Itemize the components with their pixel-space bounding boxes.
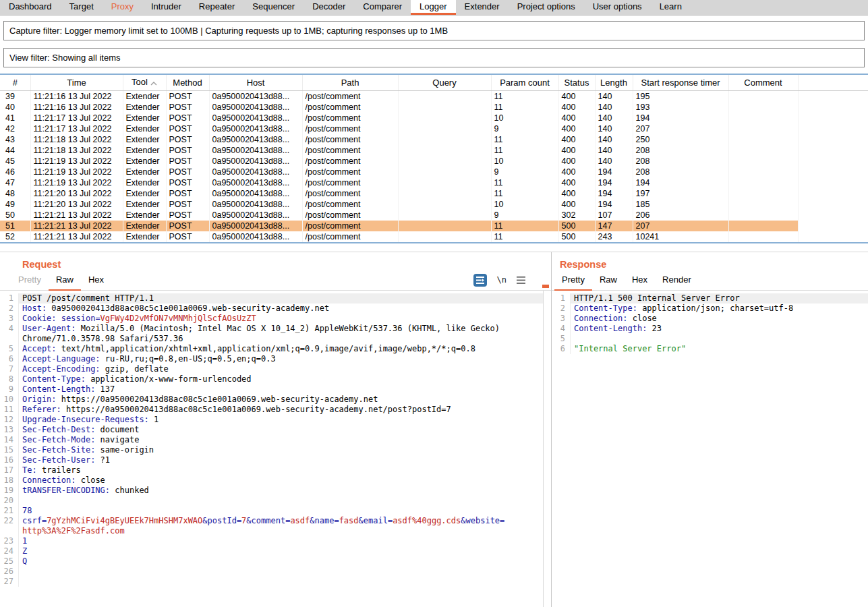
- cell-num: 45: [0, 156, 30, 167]
- line-text: csrf=7gYzhMCiFvi4gBEyUEEk7HmHSHM7xWAO&po…: [19, 516, 543, 526]
- line-number: 5: [0, 344, 19, 354]
- request-editor[interactable]: 1POST /post/comment HTTP/1.12Host: 0a950…: [0, 291, 544, 607]
- line-number: 16: [0, 455, 19, 465]
- cell-comment: [728, 221, 798, 231]
- column-header-path[interactable]: Path: [302, 75, 398, 91]
- request-tab-pretty[interactable]: Pretty: [11, 270, 49, 291]
- column-header-label: Method: [173, 78, 202, 88]
- editor-line: 18Connection: close: [0, 475, 543, 486]
- cell-filler: [798, 113, 868, 123]
- cell-length: 140: [595, 145, 633, 156]
- view-filter-bar[interactable]: View filter: Showing all items: [3, 48, 865, 67]
- request-pane: Request PrettyRawHex \n: [0, 252, 552, 607]
- main-tab-dashboard[interactable]: Dashboard: [0, 0, 61, 15]
- main-tab-sequencer[interactable]: Sequencer: [243, 0, 303, 15]
- cell-tool: Extender: [123, 188, 166, 199]
- editor-line: 26: [0, 567, 543, 577]
- table-row[interactable]: 4111:21:17 13 Jul 2022ExtenderPOST0a9500…: [0, 113, 868, 123]
- cell-method: POST: [166, 221, 209, 231]
- column-header-time[interactable]: Time: [30, 75, 123, 91]
- cell-time: 11:21:18 13 Jul 2022: [30, 145, 123, 156]
- table-row[interactable]: 5211:21:21 13 Jul 2022ExtenderPOST0a9500…: [0, 231, 868, 242]
- table-row[interactable]: 3911:21:16 13 Jul 2022ExtenderPOST0a9500…: [0, 91, 868, 103]
- cell-length: 194: [595, 167, 633, 177]
- cell-path: /post/comment: [302, 188, 398, 199]
- main-tab-project-options[interactable]: Project options: [509, 0, 584, 15]
- menu-icon[interactable]: [517, 277, 525, 284]
- syntax-highlight-icon[interactable]: [473, 274, 487, 287]
- cell-host: 0a9500020413d88...: [209, 221, 302, 231]
- line-number: 2: [552, 304, 571, 314]
- main-tab-proxy[interactable]: Proxy: [103, 0, 142, 15]
- cell-method: POST: [166, 102, 209, 113]
- request-tab-hex[interactable]: Hex: [81, 270, 111, 291]
- cell-query: [398, 221, 491, 231]
- column-header-status[interactable]: Status: [558, 75, 595, 91]
- editor-line: 5: [552, 334, 868, 344]
- column-header-comment[interactable]: Comment: [728, 75, 798, 91]
- table-row[interactable]: 4611:21:19 13 Jul 2022ExtenderPOST0a9500…: [0, 167, 868, 177]
- column-header-start-response-timer[interactable]: Start response timer: [633, 75, 728, 91]
- response-tab-raw[interactable]: Raw: [592, 270, 625, 291]
- cell-comment: [728, 210, 798, 221]
- line-text: Chrome/71.0.3578.98 Safari/537.36: [19, 334, 543, 344]
- cell-path: /post/comment: [302, 102, 398, 113]
- column-header-length[interactable]: Length: [595, 75, 633, 91]
- cell-comment: [728, 242, 798, 243]
- main-tab-target[interactable]: Target: [61, 0, 103, 15]
- response-editor[interactable]: 1HTTP/1.1 500 Internal Server Error2Cont…: [552, 291, 868, 607]
- cell-param_count: 11: [491, 102, 558, 113]
- line-text: Q: [19, 556, 543, 567]
- splitter-grip[interactable]: [542, 285, 549, 288]
- response-tab-pretty[interactable]: Pretty: [554, 270, 592, 291]
- cell-num: 49: [0, 199, 30, 210]
- response-tab-render[interactable]: Render: [655, 270, 699, 291]
- line-number: 7: [0, 364, 19, 374]
- main-tab-intruder[interactable]: Intruder: [142, 0, 190, 15]
- main-tab-extender[interactable]: Extender: [456, 0, 509, 15]
- table-row[interactable]: 4711:21:19 13 Jul 2022ExtenderPOST0a9500…: [0, 177, 868, 188]
- table-row[interactable]: 5011:21:21 13 Jul 2022ExtenderPOST0a9500…: [0, 210, 868, 221]
- column-header-label: Path: [341, 78, 359, 88]
- cell-host: 0a9500020413d88...: [209, 210, 302, 221]
- table-row[interactable]: 4211:21:17 13 Jul 2022ExtenderPOST0a9500…: [0, 123, 868, 134]
- column-header-[interactable]: #: [0, 75, 30, 91]
- cell-tool: Extender: [123, 221, 166, 231]
- table-row[interactable]: 4411:21:18 13 Jul 2022ExtenderPOST0a9500…: [0, 145, 868, 156]
- column-header-host[interactable]: Host: [209, 75, 302, 91]
- cell-comment: [728, 188, 798, 199]
- editor-line: 20: [0, 496, 543, 506]
- main-tab-logger[interactable]: Logger: [411, 0, 455, 15]
- editor-line: 4Content-Length: 23: [552, 324, 868, 334]
- main-tab-decoder[interactable]: Decoder: [303, 0, 354, 15]
- cell-filler: [798, 91, 868, 103]
- request-tab-raw[interactable]: Raw: [49, 270, 81, 291]
- table-row[interactable]: 5111:21:21 13 Jul 2022ExtenderPOST0a9500…: [0, 221, 868, 231]
- line-text: "Internal Server Error": [571, 344, 868, 354]
- column-header-param-count[interactable]: Param count: [491, 75, 558, 91]
- table-row[interactable]: 4311:21:18 13 Jul 2022ExtenderPOST0a9500…: [0, 134, 868, 145]
- table-row[interactable]: 4011:21:16 13 Jul 2022ExtenderPOST0a9500…: [0, 102, 868, 113]
- column-header-tool[interactable]: Tool: [123, 75, 166, 91]
- cell-start_response_timer: 207: [633, 221, 728, 231]
- cell-status: 400: [558, 199, 595, 210]
- table-row[interactable]: 5311:21:22 13 Jul 2022ExtenderPOST0a9500…: [0, 242, 868, 243]
- table-row[interactable]: 4511:21:19 13 Jul 2022ExtenderPOST0a9500…: [0, 156, 868, 167]
- column-header-query[interactable]: Query: [398, 75, 491, 91]
- response-tab-hex[interactable]: Hex: [625, 270, 655, 291]
- table-row[interactable]: 4911:21:20 13 Jul 2022ExtenderPOST0a9500…: [0, 199, 868, 210]
- capture-filter-bar[interactable]: Capture filter: Logger memory limit set …: [3, 21, 865, 40]
- cell-status: 400: [558, 91, 595, 103]
- editor-line: 7Accept-Encoding: gzip, deflate: [0, 364, 543, 374]
- main-tab-user-options[interactable]: User options: [584, 0, 651, 15]
- cell-length: 147: [595, 242, 633, 243]
- main-tab-learn[interactable]: Learn: [651, 0, 691, 15]
- cell-tool: Extender: [123, 102, 166, 113]
- table-row[interactable]: 4811:21:20 13 Jul 2022ExtenderPOST0a9500…: [0, 188, 868, 199]
- main-tab-repeater[interactable]: Repeater: [190, 0, 243, 15]
- cell-length: 140: [595, 102, 633, 113]
- column-header-method[interactable]: Method: [166, 75, 209, 91]
- cell-path: /post/comment: [302, 231, 398, 242]
- main-tab-comparer[interactable]: Comparer: [354, 0, 411, 15]
- newline-icon[interactable]: \n: [497, 275, 507, 285]
